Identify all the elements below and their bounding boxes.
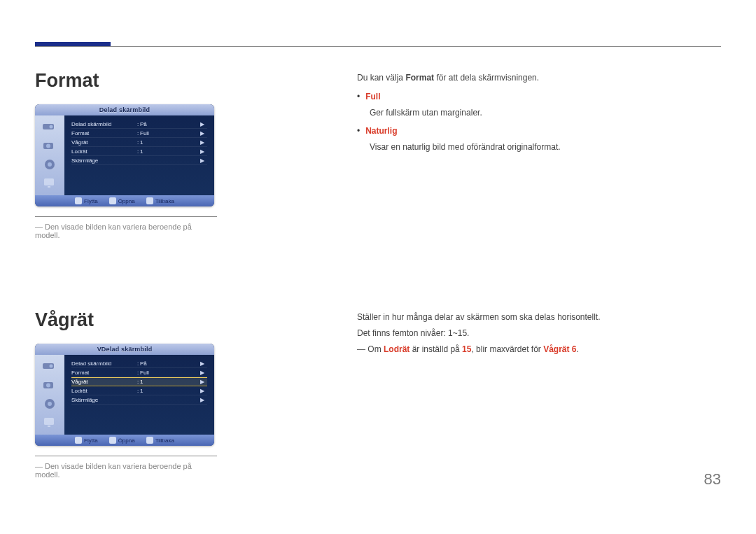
osd-row: Vågrät:1▶ [71, 138, 207, 147]
projector-icon [41, 358, 59, 374]
osd-menu-list: Delad skärmbild:På▶ Format:Full▶ Vågrät:… [64, 355, 214, 435]
desc-line-2: Det finns femton nivåer: 1~15. [357, 325, 721, 342]
naturlig-desc: Visar en naturlig bild med oförändrat or… [370, 139, 721, 155]
gear-icon [41, 156, 59, 173]
chevron-right-icon: ▶ [200, 360, 207, 367]
osd-row: Format:Full▶ [71, 368, 207, 377]
note-line: Om Lodrät är inställd på 15, blir maxvär… [357, 342, 721, 358]
heading-format: Format [35, 70, 245, 92]
svg-point-11 [46, 384, 50, 388]
chevron-right-icon: ▶ [200, 157, 207, 164]
osd-screenshot-2: VDelad skärmbild Delad skärmbild:På▶ For… [35, 344, 214, 446]
bullet-full: •Full [357, 89, 721, 105]
svg-point-9 [50, 365, 53, 368]
gear-icon [41, 395, 59, 412]
accent-bar [35, 42, 111, 46]
svg-rect-14 [44, 418, 54, 425]
intro-text: Du kan välja Format för att dela skärmvi… [357, 70, 721, 86]
osd-menu-list: Delad skärmbild:På▶ Format:Full▶ Vågrät:… [64, 115, 214, 195]
horizontal-rule [35, 46, 721, 47]
svg-point-3 [46, 144, 50, 148]
full-desc: Ger fullskärm utan marginaler. [370, 105, 721, 121]
osd-row-selected: Vågrät:1▶ [71, 377, 207, 386]
svg-rect-15 [48, 426, 50, 427]
camera-icon [41, 137, 59, 154]
osd-title: Delad skärmbild [35, 104, 214, 115]
chevron-right-icon: ▶ [200, 139, 207, 146]
chevron-right-icon: ▶ [200, 370, 207, 376]
monitor-icon [41, 414, 59, 431]
osd-row: Delad skärmbild:På▶ [71, 359, 207, 368]
camera-icon [41, 377, 59, 393]
heading-vagrat: Vågrät [35, 309, 245, 331]
monitor-icon [41, 175, 59, 192]
svg-point-1 [50, 125, 53, 129]
caption-text: Den visade bilden kan variera beroende p… [35, 216, 217, 239]
osd-row: Skärmläge▶ [71, 156, 207, 165]
page-number: 83 [704, 470, 721, 489]
osd-row: Lodrät:1▶ [71, 386, 207, 395]
osd-screenshot-1: Delad skärmbild Delad skärmbild:På▶ Form… [35, 104, 214, 206]
chevron-right-icon: ▶ [200, 379, 207, 385]
bullet-naturlig: •Naturlig [357, 123, 721, 139]
osd-title: VDelad skärmbild [35, 344, 214, 355]
chevron-right-icon: ▶ [200, 397, 207, 403]
svg-rect-6 [44, 178, 54, 185]
osd-sidebar [35, 115, 64, 195]
svg-point-13 [48, 402, 52, 406]
svg-point-5 [48, 162, 52, 167]
osd-footer: Flytta Öppna Tillbaka [35, 435, 214, 446]
projector-icon [41, 118, 59, 135]
osd-sidebar [35, 355, 64, 435]
osd-row: Skärmläge▶ [71, 395, 207, 405]
chevron-right-icon: ▶ [200, 148, 207, 155]
osd-footer: Flytta Öppna Tillbaka [35, 195, 214, 206]
osd-row: Delad skärmbild:På▶ [71, 120, 207, 129]
desc-line-1: Ställer in hur många delar av skärmen so… [357, 309, 721, 325]
chevron-right-icon: ▶ [200, 121, 207, 127]
caption-text: Den visade bilden kan variera beroende p… [35, 456, 217, 479]
svg-rect-7 [48, 186, 50, 188]
osd-row: Lodrät:1▶ [71, 147, 207, 156]
chevron-right-icon: ▶ [200, 388, 207, 394]
chevron-right-icon: ▶ [200, 130, 207, 136]
osd-row: Format:Full▶ [71, 129, 207, 138]
